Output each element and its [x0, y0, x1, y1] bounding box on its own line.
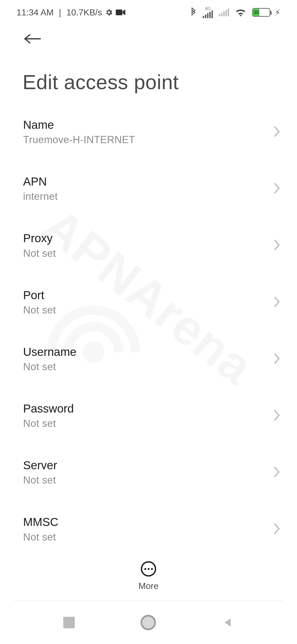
more-icon: [141, 561, 156, 577]
status-bar: 11:34 AM | 10.7KB/s 4G: [0, 0, 297, 25]
status-sep: |: [56, 7, 64, 18]
setting-row-name[interactable]: Name Truemove-H-INTERNET: [0, 104, 297, 160]
chevron-right-icon: [273, 239, 281, 252]
setting-label: Proxy: [23, 232, 271, 245]
more-label: More: [139, 581, 159, 591]
battery-indicator: 38: [252, 8, 270, 17]
signal-sim2: [219, 9, 229, 16]
setting-label: APN: [23, 175, 271, 188]
recent-apps-button[interactable]: [63, 617, 75, 628]
signal-sim1: 4G: [203, 7, 213, 18]
battery-level: 38: [253, 9, 259, 16]
status-time: 11:34 AM: [16, 7, 54, 18]
settings-icon: [105, 8, 113, 17]
setting-value: Not set: [23, 418, 271, 429]
setting-label: Name: [23, 119, 271, 131]
chevron-right-icon: [273, 409, 281, 422]
chevron-right-icon: [273, 523, 281, 536]
setting-row-mmsc[interactable]: MMSC Not set: [0, 501, 297, 558]
chevron-right-icon: [273, 466, 281, 479]
setting-value: internet: [23, 191, 271, 202]
setting-row-apn[interactable]: APN internet: [0, 160, 297, 217]
back-button[interactable]: [0, 25, 297, 45]
chevron-right-icon: [273, 296, 281, 309]
setting-row-password[interactable]: Password Not set: [0, 388, 297, 444]
page-title: Edit access point: [0, 45, 297, 104]
setting-label: Username: [23, 346, 271, 358]
setting-value: Not set: [23, 474, 271, 486]
setting-row-username[interactable]: Username Not set: [0, 331, 297, 388]
setting-value: Not set: [23, 248, 271, 259]
charging-icon: ⚡︎: [275, 8, 280, 17]
setting-value: Not set: [23, 304, 271, 316]
setting-value: Not set: [23, 361, 271, 373]
android-nav-bar: [0, 601, 297, 644]
bluetooth-icon: [190, 7, 197, 17]
setting-label: Port: [23, 289, 271, 302]
chevron-right-icon: [273, 353, 281, 366]
home-button[interactable]: [141, 615, 156, 630]
setting-label: MMSC: [23, 516, 271, 528]
setting-row-server[interactable]: Server Not set: [0, 444, 297, 501]
wifi-icon: [235, 8, 246, 17]
back-nav-button[interactable]: [222, 616, 234, 629]
setting-label: Password: [23, 402, 271, 415]
apn-settings-list: Name Truemove-H-INTERNET APN internet Pr…: [0, 104, 297, 572]
setting-row-port[interactable]: Port Not set: [0, 274, 297, 331]
chevron-right-icon: [273, 125, 281, 139]
chevron-right-icon: [273, 182, 281, 195]
more-button[interactable]: More: [0, 561, 297, 591]
svg-rect-0: [116, 10, 122, 15]
status-speed: 10.7KB/s: [66, 7, 102, 18]
setting-value: Not set: [23, 531, 271, 543]
camera-icon: [116, 9, 126, 16]
setting-row-proxy[interactable]: Proxy Not set: [0, 217, 297, 274]
setting-value: Truemove-H-INTERNET: [23, 134, 271, 146]
setting-label: Server: [23, 459, 271, 472]
